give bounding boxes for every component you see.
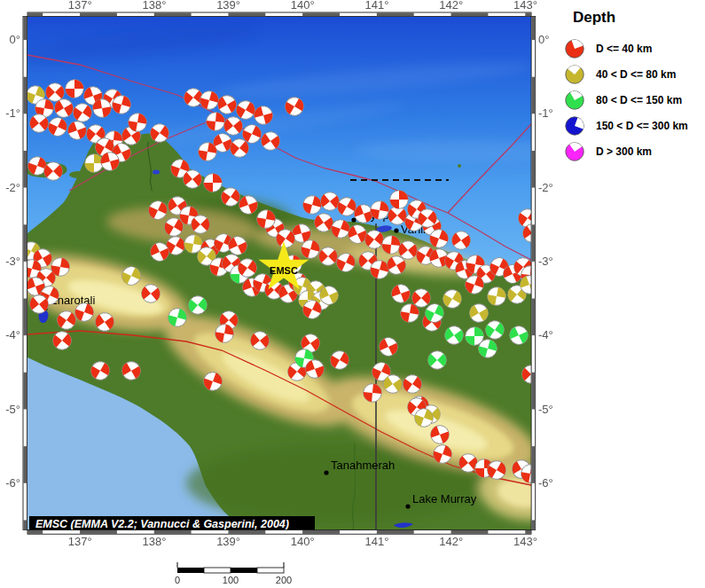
frame-tick: [23, 77, 27, 114]
legend-item-label: 40 < D <= 80 km: [596, 68, 676, 81]
axis-label-bottom: 141°: [365, 535, 389, 548]
legend-item-label: D > 300 km: [596, 145, 652, 158]
depth-legend: Depth D <= 40 km40 < D <= 80 km80 < D <=…: [564, 5, 702, 164]
legend-icon-group: [564, 90, 585, 111]
frame-tick: [531, 520, 535, 529]
scalebar-segment: [204, 568, 231, 573]
frame-tick: [80, 530, 117, 534]
beachball-R: [390, 191, 409, 209]
legend-beachball-icon: [564, 64, 585, 85]
city-dot: [405, 504, 410, 508]
beachball-R: [66, 80, 84, 98]
frame-tick: [154, 530, 192, 534]
frame-tick: [377, 530, 414, 534]
scalebar-segment: [257, 568, 284, 573]
frame-tick: [531, 151, 535, 188]
axis-label-top: 143°: [513, 0, 537, 12]
scale-bar: 0 100 200: [175, 562, 292, 585]
axis-label-right: -4°: [538, 328, 553, 341]
axis-label-bottom: 142°: [439, 535, 463, 548]
city-label: Tanahmerah: [331, 459, 395, 472]
axis-label-right: -2°: [538, 181, 553, 194]
legend-item-label: 80 < D <= 150 km: [596, 94, 682, 106]
scalebar-segment: [231, 568, 257, 573]
axis-label-top: 140°: [291, 0, 315, 12]
legend-item-label: D <= 40 km: [596, 43, 652, 55]
frame-tick: [377, 12, 414, 16]
axis-label-bottom: 143°: [513, 535, 537, 548]
axis-label-left: -2°: [5, 181, 20, 194]
frame-tick: [531, 77, 535, 114]
axis-label-bottom: 139°: [216, 535, 240, 548]
axis-label-left: -5°: [5, 403, 20, 416]
frame-tick: [525, 530, 531, 534]
frame-tick: [451, 12, 489, 16]
frame-tick: [531, 372, 535, 410]
frame-tick: [23, 17, 27, 41]
attribution-box: EMSC (EMMA V2.2; Vannucci & Gasperini, 2…: [29, 516, 315, 531]
legend-beachball-icon: [564, 38, 585, 59]
axis-label-left: -1°: [5, 106, 20, 120]
frame-tick: [302, 12, 340, 16]
frame-tick: [23, 372, 27, 410]
frame-tick: [23, 520, 27, 529]
axis-label-top: 142°: [439, 0, 463, 12]
axis-label-right: -3°: [538, 255, 553, 268]
legend-item: 40 < D <= 80 km: [564, 61, 702, 87]
legend-item: 150 < D <= 300 km: [564, 113, 702, 138]
frame-tick: [525, 12, 531, 16]
frame-tick: [451, 530, 489, 534]
axis-label-top: 139°: [216, 0, 240, 12]
frame-tick: [23, 224, 27, 262]
frame-tick: [531, 17, 535, 41]
legend-beachball-icon: [564, 115, 585, 137]
small-lake: [153, 170, 160, 175]
beachball-Y: [85, 154, 104, 173]
city-dot: [324, 470, 328, 474]
legend-icon-group: [564, 141, 585, 162]
axis-label-left: -6°: [5, 476, 20, 490]
axis-label-right: -6°: [538, 476, 553, 490]
frame-tick: [154, 12, 192, 16]
legend-icon-group: [564, 115, 585, 137]
frame-tick: [228, 530, 265, 534]
frame-tick: [531, 299, 535, 336]
map-interior: JayapuraVanimoEnarotaliTanahmerahLake Mu…: [0, 17, 568, 531]
axis-label-top: 138°: [142, 0, 166, 12]
legend-icon-group: [564, 38, 585, 59]
attribution-text: EMSC (EMMA V2.2; Vannucci & Gasperini, 2…: [35, 518, 289, 530]
axis-label-left: 0°: [10, 33, 20, 46]
legend-item: D > 300 km: [564, 138, 702, 164]
beachball-R: [204, 174, 223, 192]
scalebar-segment: [177, 568, 204, 573]
frame-tick: [302, 530, 340, 534]
city-label: Lake Murray: [412, 492, 477, 506]
scalebar-label-100: 100: [223, 575, 239, 585]
legend-item: 80 < D <= 150 km: [564, 87, 702, 113]
frame-tick: [80, 12, 117, 16]
frame-tick: [23, 446, 27, 483]
legend-title: Depth: [573, 9, 702, 27]
axis-label-bottom: 138°: [142, 535, 166, 548]
frame-tick: [27, 530, 43, 534]
emsc-focal-mechanism-map-figure: JayapuraVanimoEnarotaliTanahmerahLake Mu…: [0, 0, 705, 588]
axis-label-right: -1°: [538, 106, 553, 120]
axis-label-right: -5°: [538, 403, 553, 416]
frame-tick: [531, 224, 535, 262]
scalebar-label-200: 200: [276, 575, 292, 585]
axis-label-left: -4°: [5, 328, 20, 341]
frame-tick: [23, 151, 27, 188]
legend-beachball-icon: [564, 141, 585, 162]
legend-item-label: 150 < D <= 300 km: [596, 120, 688, 132]
frame-tick: [531, 446, 535, 483]
axis-label-right: 0°: [538, 33, 549, 46]
frame-tick: [23, 299, 27, 336]
axis-label-top: 137°: [68, 0, 92, 12]
axis-label-bottom: 137°: [68, 535, 92, 548]
axis-label-top: 141°: [365, 0, 389, 12]
scalebar-label-0: 0: [175, 575, 180, 585]
emsc-star-label: EMSC: [270, 265, 298, 276]
frame-tick: [228, 12, 265, 16]
legend-icon-group: [564, 64, 585, 85]
frame-tick: [27, 12, 43, 16]
